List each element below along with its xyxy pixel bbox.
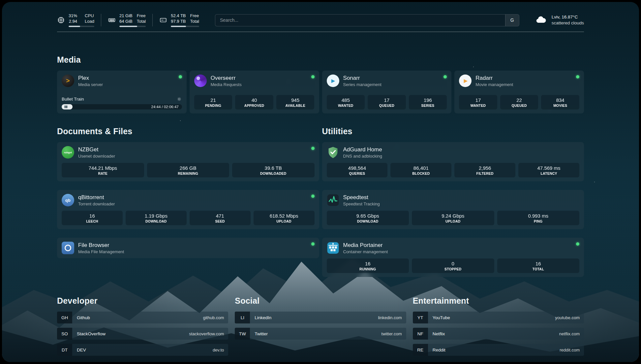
disk-free-label: Free (190, 13, 199, 19)
service-card-adguard[interactable]: AdGuard Home DNS and adblocking 498,564Q… (322, 142, 584, 181)
qbittorrent-icon: qb (62, 194, 74, 206)
bookmark-name: Reddit (433, 348, 445, 352)
stat-value: 945 (278, 97, 313, 103)
topbar-divider (57, 32, 584, 32)
sonarr-icon: ▶ (327, 75, 339, 87)
memory-free-value: 21 GiB (119, 13, 133, 19)
bookmark-github[interactable]: GH Github github.com (57, 312, 228, 323)
stat-label: UPLOAD (255, 219, 313, 223)
cpu-widget-body: 31% 2.94 CPU Load (69, 13, 94, 27)
service-card-qbittorrent[interactable]: qb qBittorrent Torrent downloader 16LEEC… (57, 190, 319, 229)
stat-stopped: 0STOPPED (412, 258, 494, 273)
stat-blocked: 86,401BLOCKED (390, 163, 451, 177)
service-card-speedtest[interactable]: Speedtest Speedtest Tracking 9.65 GbpsDO… (322, 190, 584, 229)
stat-label: TOTAL (499, 267, 578, 271)
stat-label: LATENCY (520, 171, 578, 175)
bookmark-url: stackoverflow.com (189, 331, 224, 336)
cpu-load-value: 2.94 (69, 19, 77, 24)
stat-movies: 834MOVIES (541, 95, 579, 109)
gear-icon[interactable] (176, 96, 182, 102)
service-name: Speedtest (343, 194, 380, 201)
disk-widget-body: 52.4 TB 97.9 TB Free Total (171, 13, 199, 27)
search-input[interactable] (215, 14, 519, 26)
search-provider-button[interactable]: G (505, 15, 519, 26)
service-card-portainer[interactable]: Media Portainer Container management 16R… (322, 238, 584, 277)
cpu-widget: 31% 2.94 CPU Load (57, 14, 101, 26)
bookmark-abbr: TW (235, 328, 250, 340)
dashboard-content: 31% 2.94 CPU Load (2, 14, 639, 362)
cpu-usage-value: 31% (69, 13, 77, 19)
stat-value: 21 (196, 97, 231, 103)
stat-value: 0.993 ms (499, 213, 578, 219)
stat-value: 47.569 ms (520, 165, 578, 171)
disk-total-value: 97.9 TB (171, 19, 186, 24)
stat-label: RUNNING (328, 267, 408, 271)
section-title-developer: Developer (57, 296, 228, 306)
service-card-sonarr[interactable]: ▶ Sonarr Series management 485WANTED 17Q… (322, 71, 452, 113)
service-name: Plex (78, 75, 103, 81)
weather-text: Lviv, 16.87°C scattered clouds (552, 14, 584, 26)
service-desc: Usenet downloader (78, 154, 115, 159)
cloud-icon (534, 15, 548, 25)
adguard-shield-icon (327, 146, 339, 159)
stat-label: QUEUED (369, 104, 405, 107)
service-desc: Media Requests (211, 82, 242, 87)
stat-wanted: 17WANTED (459, 95, 497, 109)
service-card-overseerr[interactable]: Overseerr Media Requests 21PENDING 40APP… (190, 71, 319, 113)
stat-download: 1.19 GbpsDOWNLOAD (126, 211, 187, 225)
now-playing-title: Bullet Train (62, 97, 84, 102)
service-card-nzbget[interactable]: nzbget NZBGet Usenet downloader 744.21 M… (57, 142, 319, 181)
section-documents: Documents & Files nzbget NZBGet Usenet d… (57, 127, 319, 258)
bookmark-group-entertainment: Entertainment YT YouTube youtube.com NF … (413, 296, 584, 360)
service-desc: DNS and adblocking (343, 154, 382, 159)
bookmark-abbr: SO (57, 328, 72, 340)
stat-value: 9.65 Gbps (328, 213, 408, 219)
nzbget-icon: nzbget (62, 146, 74, 159)
stat-value: 16 (63, 213, 121, 219)
stat-label: STOPPED (413, 267, 493, 271)
stat-value: 22 (502, 97, 537, 103)
status-dot-online (576, 242, 579, 246)
stat-value: 2,956 (456, 165, 514, 171)
status-dot-online (311, 147, 315, 150)
service-desc: Torrent downloader (78, 201, 115, 206)
bookmark-url: netflix.com (559, 331, 580, 336)
stat-value: 17 (460, 97, 496, 103)
portainer-icon (327, 242, 339, 254)
stat-label: REMAINING (148, 171, 228, 175)
stat-value: 196 (410, 97, 446, 103)
dashboard-screen: 31% 2.94 CPU Load (2, 2, 639, 362)
bookmark-reddit[interactable]: RE Reddit reddit.com (413, 344, 584, 356)
stat-upload: 9.24 GbpsUPLOAD (412, 211, 494, 225)
bookmark-name: StackOverflow (77, 331, 106, 336)
stat-label: FILTERED (456, 171, 514, 175)
bookmark-youtube[interactable]: YT YouTube youtube.com (413, 312, 584, 323)
stat-wanted: 485WANTED (327, 95, 365, 109)
bookmark-twitter[interactable]: TW Twitter twitter.com (235, 328, 406, 340)
service-card-filebrowser[interactable]: File Browser Media File Management (57, 238, 319, 258)
memory-progress-fill (119, 26, 137, 27)
weather-condition: scattered clouds (552, 20, 584, 26)
bookmark-url: dev.to (213, 348, 224, 352)
bookmark-url: youtube.com (555, 315, 580, 320)
memory-widget: 21 GiB 64 GiB Free Total (108, 14, 153, 26)
bookmark-stackoverflow[interactable]: SO StackOverflow stackoverflow.com (57, 328, 228, 340)
stat-label: AVAILABLE (278, 104, 313, 107)
bookmark-name: Netflix (433, 331, 445, 336)
stat-remaining: 266 GBREMAINING (147, 163, 229, 177)
middle-columns: Documents & Files nzbget NZBGet Usenet d… (57, 127, 584, 277)
bookmark-url: twitter.com (382, 331, 402, 336)
bookmark-dev[interactable]: DT DEV dev.to (57, 344, 228, 356)
stat-label: DOWNLOAD (127, 219, 185, 223)
service-name: Radarr (475, 75, 513, 81)
service-card-plex[interactable]: > Plex Media server Bullet Train (57, 71, 187, 113)
bookmark-name: LinkedIn (255, 315, 271, 320)
service-card-radarr[interactable]: ▶ Radarr Movie management 17WANTED 22QUE… (454, 71, 584, 113)
service-desc: Speedtest Tracking (343, 201, 380, 206)
stat-total: 16TOTAL (497, 258, 580, 273)
bookmark-linkedin[interactable]: LI LinkedIn linkedin.com (235, 312, 406, 323)
bookmark-netflix[interactable]: NF Netflix netflix.com (413, 328, 584, 340)
filebrowser-icon (62, 242, 74, 254)
section-title-social: Social (235, 296, 406, 306)
status-dot-online (179, 75, 182, 78)
